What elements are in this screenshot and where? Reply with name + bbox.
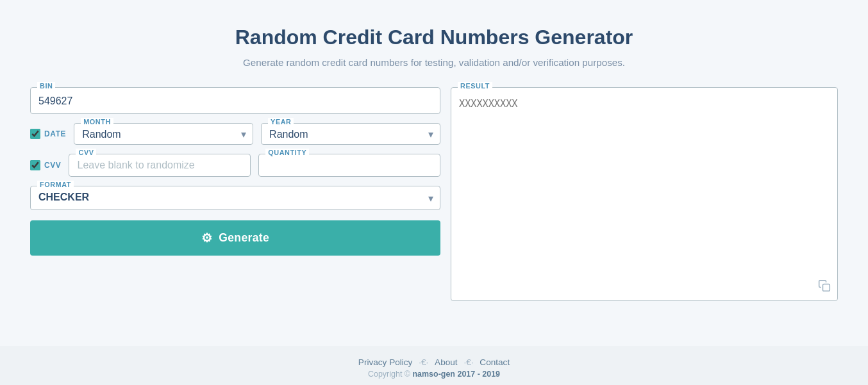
gear-icon: ⚙: [201, 231, 212, 245]
cvv-field-label: CVV: [76, 149, 96, 156]
year-select-group: YEAR Random 202420252026 202720282029203…: [261, 123, 440, 145]
quantity-group: QUANTITY 10: [258, 154, 440, 177]
form-panel: BIN 549627 DATE MONTH Random 010203 0405…: [30, 87, 440, 301]
generate-button[interactable]: ⚙ Generate: [30, 220, 440, 256]
date-checkbox[interactable]: [30, 129, 40, 139]
footer-sep-1: ·€·: [419, 357, 428, 367]
format-label: FORMAT: [37, 181, 74, 188]
result-label: RESULT: [458, 82, 492, 90]
generate-button-label: Generate: [219, 231, 269, 245]
format-row: FORMAT CHECKER JSON CSV PIPE ▾: [30, 186, 440, 210]
year-chevron-icon: ▾: [428, 128, 433, 140]
date-label: DATE: [44, 129, 66, 138]
result-textarea[interactable]: [459, 95, 830, 277]
cvv-checkbox[interactable]: [30, 160, 40, 170]
year-select[interactable]: Random 202420252026 2027202820292030: [269, 127, 417, 140]
format-select[interactable]: CHECKER JSON CSV PIPE: [38, 192, 417, 202]
cvv-input-group: CVV: [69, 154, 251, 177]
footer-copyright: Copyright © namso-gen 2017 - 2019: [0, 370, 868, 379]
about-link[interactable]: About: [435, 357, 458, 367]
quantity-label: QUANTITY: [265, 149, 309, 156]
cvv-row: CVV CVV QUANTITY 10: [30, 154, 440, 177]
page-title: Random Credit Card Numbers Generator: [235, 26, 633, 49]
footer-years: 2017 - 2019: [457, 370, 500, 379]
format-select-group: FORMAT CHECKER JSON CSV PIPE ▾: [30, 186, 440, 210]
result-fieldset: RESULT: [451, 87, 838, 301]
date-row: DATE MONTH Random 010203 040506 070809 1…: [30, 123, 440, 145]
month-select[interactable]: Random 010203 040506 070809 101112: [82, 127, 230, 140]
footer-sep-2: ·€·: [463, 357, 473, 367]
date-checkbox-label[interactable]: DATE: [30, 129, 66, 139]
month-select-group: MONTH Random 010203 040506 070809 101112…: [74, 123, 253, 145]
bin-label: BIN: [37, 82, 55, 90]
result-panel: RESULT: [451, 87, 838, 301]
cvv-checkbox-label[interactable]: CVV: [30, 160, 61, 170]
month-label: MONTH: [81, 118, 113, 126]
contact-link[interactable]: Contact: [480, 357, 510, 367]
month-chevron-icon: ▾: [241, 128, 246, 140]
format-chevron-icon: ▾: [428, 192, 433, 204]
bin-input[interactable]: 549627: [38, 93, 432, 107]
year-label: YEAR: [268, 118, 294, 126]
copy-icon[interactable]: [818, 279, 831, 295]
cvv-label: CVV: [44, 161, 61, 170]
quantity-input[interactable]: 10: [267, 158, 432, 171]
svg-rect-0: [823, 284, 830, 291]
footer-links: Privacy Policy ·€· About ·€· Contact: [0, 357, 868, 367]
privacy-policy-link[interactable]: Privacy Policy: [358, 357, 413, 367]
footer: Privacy Policy ·€· About ·€· Contact Cop…: [0, 346, 868, 385]
cvv-input[interactable]: [77, 158, 242, 171]
page-subtitle: Generate random credit card numbers for …: [243, 57, 625, 68]
brand-name: namso-gen: [412, 370, 455, 379]
bin-field-group: BIN 549627: [30, 87, 440, 114]
